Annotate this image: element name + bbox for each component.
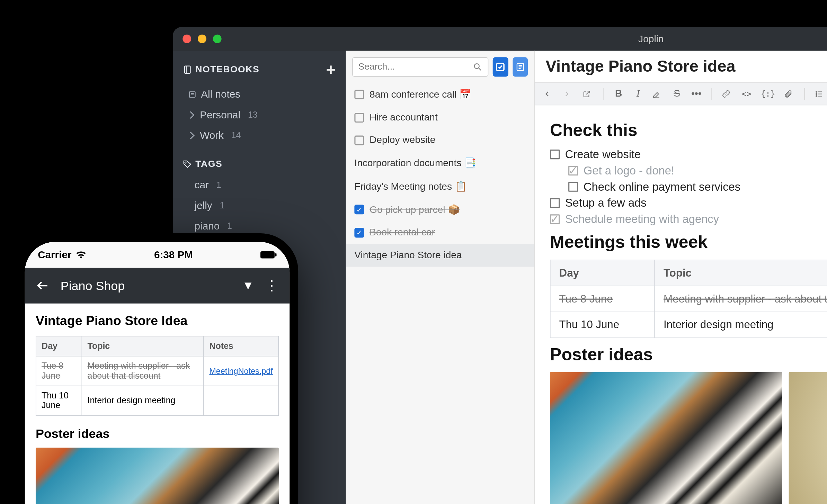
tag-label: jelly bbox=[195, 200, 212, 212]
notebook-work[interactable]: Work 14 bbox=[173, 125, 346, 146]
table-row: Thu 10 JuneInterior design meeting bbox=[550, 312, 827, 338]
svg-line-7 bbox=[479, 68, 481, 70]
note-title-text: Hire accountant bbox=[370, 112, 438, 123]
tags-header: TAGS bbox=[173, 153, 346, 175]
todo-item[interactable]: Create website bbox=[550, 148, 827, 161]
todo-checkbox[interactable]: ✓ bbox=[568, 166, 578, 176]
nav-forward-button[interactable] bbox=[563, 90, 574, 98]
note-content[interactable]: Check this Create website✓Get a logo - d… bbox=[535, 105, 827, 504]
note-list-item[interactable]: Deploy website bbox=[346, 129, 534, 152]
todo-item[interactable]: Setup a few ads bbox=[550, 197, 827, 209]
notebook-count: 13 bbox=[248, 110, 258, 120]
notebook-personal[interactable]: Personal 13 bbox=[173, 105, 346, 125]
search-box[interactable] bbox=[352, 57, 488, 76]
note-checkbox[interactable] bbox=[354, 112, 364, 122]
note-list-item[interactable]: 8am conference call 📅 bbox=[346, 83, 534, 106]
code-block-button[interactable]: {:} bbox=[761, 89, 775, 99]
note-list-item[interactable]: Friday's Meeting notes 📋 bbox=[346, 175, 534, 198]
new-note-button[interactable] bbox=[513, 57, 528, 76]
svg-point-5 bbox=[185, 162, 186, 163]
note-title-text: Incorporation documents 📑 bbox=[354, 157, 476, 169]
window-title: Joplin bbox=[173, 33, 827, 45]
poster-image-piano bbox=[550, 372, 782, 504]
all-notes-item[interactable]: All notes bbox=[173, 84, 346, 105]
note-checkbox[interactable] bbox=[354, 90, 364, 99]
table-row: Tue 8 JuneMeeting with supplier - ask ab… bbox=[36, 356, 278, 386]
phone-meetings-table: DayTopicNotes Tue 8 JuneMeeting with sup… bbox=[36, 336, 279, 416]
todo-text: Setup a few ads bbox=[565, 197, 647, 209]
notebook-icon bbox=[183, 65, 192, 74]
new-todo-button[interactable] bbox=[493, 57, 508, 76]
note-title-text: Book rental car bbox=[370, 227, 435, 238]
heading-poster: Poster ideas bbox=[550, 344, 827, 364]
search-input[interactable] bbox=[358, 62, 473, 72]
strike-button[interactable]: S bbox=[672, 88, 682, 99]
titlebar: Joplin bbox=[173, 27, 827, 51]
more-format-button[interactable]: ••• bbox=[691, 88, 702, 99]
note-list-item[interactable]: Vintage Piano Store idea bbox=[346, 244, 534, 267]
svg-rect-0 bbox=[185, 66, 190, 73]
highlight-button[interactable] bbox=[652, 89, 663, 98]
svg-point-6 bbox=[474, 64, 479, 69]
external-link-button[interactable] bbox=[583, 89, 593, 98]
meetings-table: DayTopicNotes Tue 8 JuneMeeting with sup… bbox=[550, 260, 827, 338]
tag-jelly[interactable]: jelly1 bbox=[173, 196, 346, 216]
battery-icon bbox=[260, 251, 277, 259]
todo-item[interactable]: ✓Schedule meeting with agency bbox=[550, 213, 827, 226]
tags-label: TAGS bbox=[195, 159, 222, 170]
notebook-label: Work bbox=[200, 129, 224, 141]
note-title[interactable]: Vintage Piano Store idea bbox=[546, 57, 827, 75]
note-title-text: 8am conference call 📅 bbox=[370, 89, 471, 100]
nav-back-button[interactable] bbox=[543, 90, 554, 98]
note-list-item[interactable]: Incorporation documents 📑 bbox=[346, 152, 534, 175]
note-list-item[interactable]: Hire accountant bbox=[346, 106, 534, 129]
todo-checkbox[interactable]: ✓ bbox=[550, 214, 560, 224]
phone-device: Carrier 6:38 PM Piano Shop ▼ ⋮ Vintage P… bbox=[16, 233, 298, 504]
carrier-label: Carrier bbox=[38, 249, 71, 261]
phone-heading-poster: Poster ideas bbox=[36, 426, 279, 441]
todo-text: Get a logo - done! bbox=[584, 164, 674, 177]
phone-poster-image bbox=[36, 448, 279, 504]
attach-button[interactable] bbox=[784, 89, 795, 98]
note-list-item[interactable]: ✓Go pick up parcel 📦 bbox=[346, 198, 534, 222]
add-notebook-button[interactable]: + bbox=[326, 61, 336, 79]
table-header: Day bbox=[36, 336, 82, 356]
todo-item[interactable]: ✓Get a logo - done! bbox=[568, 164, 827, 177]
todo-checkbox[interactable] bbox=[550, 198, 560, 208]
wifi-icon bbox=[76, 251, 87, 259]
menu-button[interactable]: ⋮ bbox=[265, 277, 279, 294]
link-button[interactable] bbox=[722, 89, 732, 98]
phone-note-body[interactable]: Vintage Piano Store Idea DayTopicNotes T… bbox=[25, 304, 290, 504]
todo-checkbox[interactable] bbox=[550, 150, 560, 159]
note-checkbox[interactable]: ✓ bbox=[354, 205, 364, 214]
phone-statusbar: Carrier 6:38 PM bbox=[25, 242, 290, 268]
dropdown-button[interactable]: ▼ bbox=[242, 279, 254, 293]
note-checkbox[interactable] bbox=[354, 135, 364, 145]
notebooks-label: NOTEBOOKS bbox=[195, 64, 259, 75]
notebooks-header: NOTEBOOKS + bbox=[173, 55, 346, 84]
heading-check: Check this bbox=[550, 120, 827, 141]
tag-label: car bbox=[195, 179, 209, 191]
tag-icon bbox=[183, 159, 192, 169]
todo-list: Create website✓Get a logo - done!Check o… bbox=[550, 148, 827, 226]
bold-button[interactable]: B bbox=[613, 88, 624, 99]
poster-image-record bbox=[789, 372, 827, 504]
table-header: Day bbox=[550, 260, 655, 286]
note-title-text: Deploy website bbox=[370, 134, 435, 146]
note-list-item[interactable]: ✓Book rental car bbox=[346, 222, 534, 244]
table-header: Notes bbox=[204, 336, 278, 356]
svg-rect-40 bbox=[275, 253, 276, 256]
todo-text: Schedule meeting with agency bbox=[565, 213, 719, 226]
italic-button[interactable]: I bbox=[633, 88, 643, 99]
todo-checkbox[interactable] bbox=[568, 182, 578, 192]
back-button[interactable] bbox=[36, 279, 50, 293]
table-row: Thu 10 JuneInterior design meeting bbox=[36, 386, 278, 416]
chevron-right-icon bbox=[187, 132, 195, 140]
note-checkbox[interactable]: ✓ bbox=[354, 228, 364, 237]
code-button[interactable]: <> bbox=[741, 89, 752, 99]
todo-item[interactable]: Check online payment services bbox=[568, 180, 827, 193]
attachment-link[interactable]: MeetingNotes.pdf bbox=[209, 366, 273, 376]
bullet-list-button[interactable] bbox=[815, 89, 826, 98]
phone-time: 6:38 PM bbox=[154, 249, 193, 261]
tag-car[interactable]: car1 bbox=[173, 175, 346, 195]
